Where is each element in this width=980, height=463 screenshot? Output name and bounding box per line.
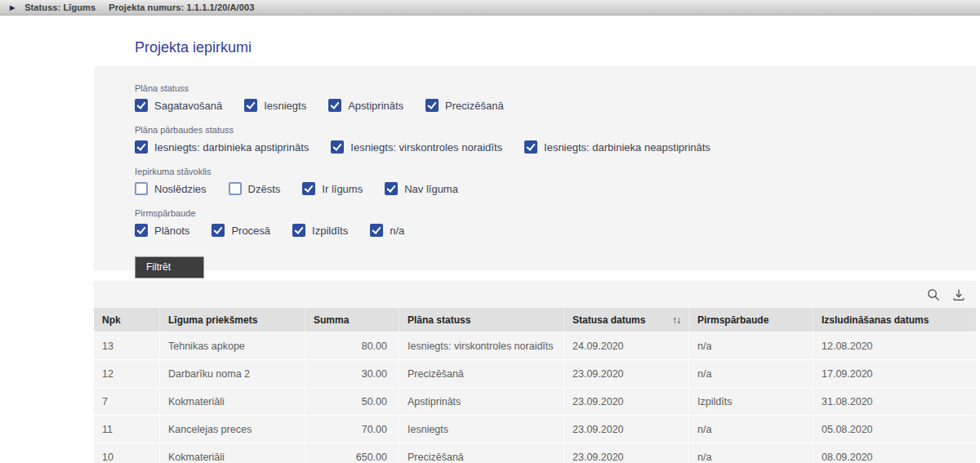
search-icon[interactable] (927, 288, 940, 301)
checkbox-iesniegts-virskontroles-noraidits[interactable]: Iesniegts: virskontroles noraidīts (331, 140, 502, 154)
filter-groups: Plāna statussSagatavošanāIesniegtsApstip… (135, 83, 935, 237)
checkbox-n-a[interactable]: n/a (370, 224, 404, 237)
table-row[interactable]: 11Kancelejas preces70.00Iesniegts23.09.2… (94, 415, 976, 443)
table-cell: Kokmateriāli (159, 443, 305, 463)
checkbox-label: Iesniegts (264, 100, 306, 112)
filter-panel: Plāna statussSagatavošanāIesniegtsApstip… (94, 66, 976, 270)
column-header-pirmsparbaude[interactable]: Pirmspārbaude (688, 308, 813, 332)
checkbox-label: Noslēdzies (154, 183, 207, 195)
column-header-label: Statusa datums (572, 314, 645, 326)
checkbox-icon[interactable] (135, 99, 148, 112)
checkbox-sagatavosana[interactable]: Sagatavošanā (135, 99, 222, 112)
checkbox-apstiprinats[interactable]: Apstiprināts (328, 99, 403, 112)
table-cell: 23.09.2020 (564, 360, 688, 387)
table-cell: Iesniegts (399, 416, 564, 443)
column-header-statusa-datums[interactable]: Statusa datums↑↓ (564, 308, 688, 332)
checkbox-row: Iesniegts: darbinieka apstiprinātsIesnie… (135, 140, 935, 154)
checkbox-dzests[interactable]: Dzēsts (229, 182, 281, 195)
table-row[interactable]: 13Tehnikas apkope80.00Iesniegts: virskon… (94, 332, 976, 359)
column-header-label: Summa (314, 314, 349, 326)
table-cell: 08.09.2020 (813, 443, 976, 463)
checkbox-icon[interactable] (229, 182, 242, 195)
checkbox-label: Sagatavošanā (154, 100, 222, 112)
table-cell: Precizēšanā (399, 443, 564, 463)
column-header-liguma-prieksmets[interactable]: Līguma priekšmets (159, 308, 305, 332)
checkbox-icon[interactable] (244, 99, 257, 112)
table-cell: Tehnikas apkope (159, 332, 305, 359)
checkbox-icon[interactable] (331, 140, 344, 154)
checkbox-label: n/a (390, 225, 404, 237)
table-cell: 70.00 (305, 416, 399, 443)
checkbox-label: Izpildīts (312, 225, 348, 237)
checkbox-iesniegts[interactable]: Iesniegts (244, 99, 306, 112)
checkbox-icon[interactable] (212, 224, 225, 237)
expander-triangle-icon[interactable]: ▶ (10, 4, 15, 11)
checkbox-icon[interactable] (385, 182, 398, 195)
column-header-label: Līguma priekšmets (168, 314, 257, 326)
table-cell: 05.08.2020 (813, 416, 976, 443)
checkbox-nosledzies[interactable]: Noslēdzies (135, 182, 207, 195)
checkbox-izpildits[interactable]: Izpildīts (292, 224, 348, 237)
filter-group: Plāna statussSagatavošanāIesniegtsApstip… (135, 83, 935, 112)
checkbox-precizesana[interactable]: Precizēšanā (425, 99, 504, 112)
sort-arrows-icon[interactable]: ↑↓ (672, 314, 680, 326)
download-icon[interactable] (952, 288, 965, 301)
column-header-label: Npk (102, 314, 121, 326)
table-cell: Izpildīts (688, 388, 813, 415)
table-cell: 30.00 (305, 360, 399, 387)
table-cell: 23.09.2020 (564, 416, 688, 443)
checkbox-row: PlānotsProcesāIzpildītsn/a (135, 224, 935, 237)
column-header-npk[interactable]: Npk (94, 308, 159, 332)
checkbox-procesa[interactable]: Procesā (212, 224, 270, 237)
table-cell: 80.00 (305, 332, 399, 359)
checkbox-icon[interactable] (292, 224, 305, 237)
table-cell: Apstiprināts (399, 388, 564, 415)
table-cell: 10 (94, 443, 159, 463)
table-cell: n/a (688, 443, 813, 463)
table-cell: 23.09.2020 (564, 388, 688, 415)
table-row[interactable]: 10Kokmateriāli650.00Precizēšanā23.09.202… (94, 443, 976, 463)
table-row[interactable]: 7Kokmateriāli50.00Apstiprināts23.09.2020… (94, 387, 976, 415)
column-header-izsludinasanas-datums[interactable]: Izsludināšanas datums (813, 308, 976, 332)
checkbox-icon[interactable] (524, 140, 537, 154)
checkbox-nav-liguma[interactable]: Nav līguma (385, 182, 458, 195)
column-header-label: Izsludināšanas datums (822, 314, 929, 326)
table-cell: Kancelejas preces (159, 416, 305, 443)
table-cell: 7 (94, 388, 159, 415)
table-header-row: NpkLīguma priekšmetsSummaPlāna statussSt… (94, 308, 976, 332)
checkbox-icon[interactable] (425, 99, 439, 112)
checkbox-ir-ligums[interactable]: Ir līgums (302, 182, 363, 195)
checkbox-icon[interactable] (135, 182, 148, 195)
column-header-summa[interactable]: Summa (305, 308, 399, 332)
table-cell: 50.00 (305, 388, 399, 415)
checkbox-label: Ir līgums (322, 183, 363, 195)
filter-group-label: Plāna pārbaudes statuss (135, 125, 935, 135)
checkbox-icon[interactable] (370, 224, 383, 237)
filter-button[interactable]: Filtrēt (135, 256, 204, 278)
table-cell: Iesniegts: virskontroles noraidīts (399, 332, 564, 359)
table-cell: Darbarīku noma 2 (159, 360, 305, 387)
status-label: Statuss: Līgums (24, 2, 96, 12)
checkbox-planots[interactable]: Plānots (135, 224, 189, 237)
checkbox-icon[interactable] (302, 182, 315, 195)
column-header-plana-statuss[interactable]: Plāna statuss (399, 308, 564, 332)
checkbox-iesniegts-darbinieka-apstiprinats[interactable]: Iesniegts: darbinieka apstiprināts (135, 140, 309, 154)
checkbox-label: Precizēšanā (445, 100, 504, 112)
checkbox-icon[interactable] (135, 224, 148, 237)
table-cell: 24.09.2020 (564, 332, 688, 359)
checkbox-iesniegts-darbinieka-neapstiprinats[interactable]: Iesniegts: darbinieka neapstiprināts (524, 140, 710, 154)
project-number-label: Projekta numurs: 1.1.1.1/20/A/003 (109, 2, 254, 12)
table-row[interactable]: 12Darbarīku noma 230.00Precizēšanā23.09.… (94, 359, 976, 387)
table-cell: 12.08.2020 (813, 332, 976, 359)
checkbox-label: Plānots (154, 225, 189, 237)
filter-group-label: Plāna statuss (135, 83, 935, 93)
checkbox-icon[interactable] (328, 99, 341, 112)
checkbox-label: Dzēsts (248, 183, 281, 195)
table-cell: n/a (688, 360, 813, 387)
table-body: 13Tehnikas apkope80.00Iesniegts: virskon… (94, 332, 976, 463)
checkbox-label: Iesniegts: darbinieka neapstiprināts (544, 141, 710, 154)
checkbox-label: Procesā (231, 225, 270, 237)
table-cell: 31.08.2020 (813, 388, 976, 415)
checkbox-icon[interactable] (135, 140, 148, 154)
table-cell: 650.00 (305, 443, 399, 463)
